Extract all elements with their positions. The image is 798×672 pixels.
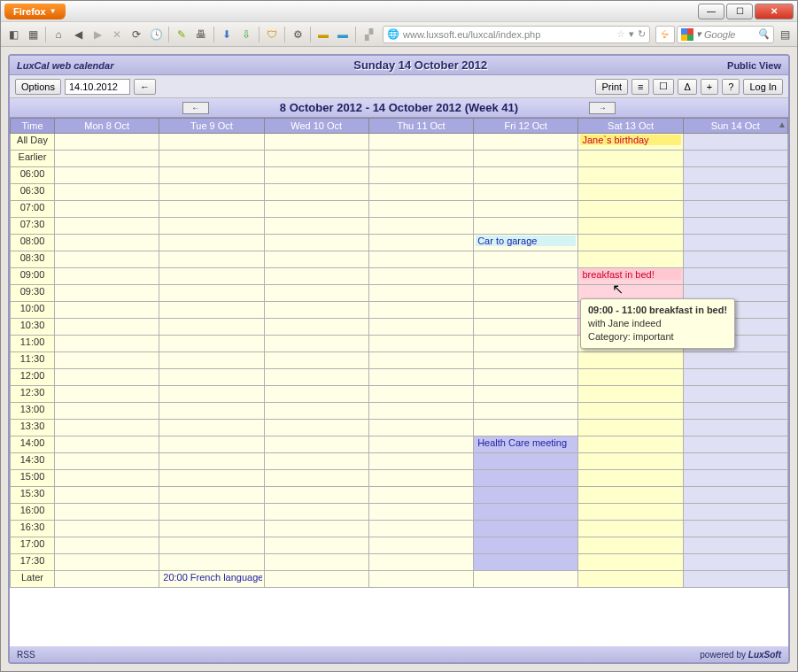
calendar-cell[interactable] — [683, 134, 787, 151]
calendar-cell[interactable] — [474, 470, 578, 487]
calendar-cell[interactable] — [159, 285, 264, 302]
calendar-cell[interactable]: Car to garage — [474, 235, 578, 251]
options-button[interactable]: Options — [15, 79, 61, 95]
calendar-cell[interactable] — [264, 470, 368, 487]
window-maximize-button[interactable]: ☐ — [726, 4, 753, 19]
calendar-cell[interactable] — [683, 151, 787, 167]
calendar-cell[interactable] — [578, 184, 683, 201]
calendar-cell[interactable] — [368, 386, 473, 403]
calendar-grid-scroll[interactable]: Time Mon 8 Oct Tue 9 Oct Wed 10 Oct Thu … — [10, 118, 788, 646]
calendar-cell[interactable] — [578, 537, 683, 554]
window-minimize-button[interactable]: — — [698, 4, 724, 19]
calendar-cell[interactable] — [474, 369, 578, 386]
calendar-cell[interactable] — [264, 352, 368, 369]
calendar-cell[interactable] — [159, 134, 264, 151]
download-icon[interactable]: ⬇ — [218, 26, 236, 43]
calendar-cell[interactable] — [159, 251, 264, 268]
calendar-cell[interactable] — [368, 285, 473, 302]
calendar-cell[interactable] — [368, 504, 473, 521]
calendar-cell[interactable] — [264, 184, 368, 201]
calendar-cell[interactable] — [474, 319, 578, 336]
calendar-cell[interactable] — [474, 268, 578, 285]
calendar-cell[interactable] — [683, 521, 787, 537]
calendar-cell[interactable] — [683, 453, 787, 470]
calendar-cell[interactable] — [159, 235, 264, 251]
calendar-cell[interactable] — [55, 521, 159, 537]
calendar-cell[interactable] — [368, 436, 473, 453]
calendar-cell[interactable] — [55, 302, 159, 319]
calendar-cell[interactable] — [264, 285, 368, 302]
calendar-cell[interactable] — [683, 201, 787, 218]
help-button[interactable]: ? — [722, 79, 740, 95]
calendar-cell[interactable] — [368, 134, 473, 151]
calendar-cell[interactable] — [55, 470, 159, 487]
calendar-cell[interactable] — [264, 167, 368, 184]
calendar-cell[interactable] — [264, 554, 368, 571]
calendar-cell[interactable] — [159, 336, 264, 352]
calendar-cell[interactable] — [368, 470, 473, 487]
calendar-cell[interactable] — [55, 268, 159, 285]
search-box[interactable]: ▾ Google 🔍 — [677, 26, 774, 43]
date-input[interactable] — [65, 79, 130, 95]
prev-week-button[interactable]: ← — [182, 102, 209, 114]
calendar-cell[interactable] — [474, 134, 578, 151]
calendar-cell[interactable] — [55, 134, 159, 151]
calendar-cell[interactable] — [159, 151, 264, 167]
edit-icon[interactable]: ✎ — [173, 26, 190, 43]
calendar-cell[interactable] — [474, 403, 578, 420]
calendar-cell[interactable] — [474, 554, 578, 571]
calendar-cell[interactable] — [368, 403, 473, 420]
add-event-button[interactable]: + — [701, 79, 718, 95]
calendar-cell[interactable] — [159, 386, 264, 403]
calendar-cell[interactable] — [55, 537, 159, 554]
calendar-cell[interactable] — [159, 184, 264, 201]
calendar-cell[interactable] — [55, 184, 159, 201]
calendar-cell[interactable] — [578, 436, 683, 453]
print-icon[interactable]: 🖶 — [192, 26, 210, 43]
calendar-cell[interactable]: 20:00 French language — [159, 571, 264, 588]
calendar-cell[interactable] — [159, 420, 264, 436]
calendar-cell[interactable] — [683, 470, 787, 487]
calendar-cell[interactable] — [578, 420, 683, 436]
calendar-cell[interactable] — [578, 453, 683, 470]
calendar-cell[interactable] — [474, 302, 578, 319]
stop-icon[interactable]: ✕ — [108, 26, 126, 43]
calendar-cell[interactable] — [474, 167, 578, 184]
calendar-cell[interactable] — [159, 487, 264, 504]
calendar-cell[interactable] — [368, 521, 473, 537]
calendar-cell[interactable] — [264, 537, 368, 554]
calendar-cell[interactable] — [368, 251, 473, 268]
calendar-cell[interactable] — [55, 235, 159, 251]
calendar-cell[interactable] — [55, 436, 159, 453]
calendar-cell[interactable] — [159, 352, 264, 369]
calendar-cell[interactable] — [264, 504, 368, 521]
calendar-cell[interactable] — [368, 167, 473, 184]
next-week-button[interactable]: → — [589, 102, 616, 114]
calendar-cell[interactable] — [264, 521, 368, 537]
calendar-cell[interactable] — [578, 487, 683, 504]
calendar-cell[interactable] — [159, 319, 264, 336]
calendar-cell[interactable] — [474, 336, 578, 352]
calendar-cell[interactable] — [159, 218, 264, 235]
calendar-cell[interactable] — [368, 420, 473, 436]
calendar-cell[interactable] — [683, 235, 787, 251]
calendar-cell[interactable] — [683, 571, 787, 588]
view-changes-button[interactable]: Δ — [678, 79, 696, 95]
calendar-cell[interactable] — [55, 167, 159, 184]
footer-rss-link[interactable]: RSS — [17, 650, 35, 660]
calendar-cell[interactable] — [159, 436, 264, 453]
shield-icon[interactable]: 🛡 — [263, 26, 281, 43]
addons-gear-icon[interactable]: ⚙ — [289, 26, 306, 43]
calendar-cell[interactable] — [264, 218, 368, 235]
calendar-cell[interactable] — [578, 167, 683, 184]
calendar-cell[interactable] — [264, 134, 368, 151]
calendar-cell[interactable] — [159, 201, 264, 218]
calendar-cell[interactable] — [683, 352, 787, 369]
back-icon[interactable]: ◀ — [69, 26, 87, 43]
calendar-cell[interactable] — [683, 436, 787, 453]
calendar-cell[interactable] — [578, 521, 683, 537]
calendar-cell[interactable] — [368, 218, 473, 235]
calendar-cell[interactable] — [55, 369, 159, 386]
calendar-cell[interactable] — [264, 251, 368, 268]
calendar-cell[interactable] — [578, 403, 683, 420]
